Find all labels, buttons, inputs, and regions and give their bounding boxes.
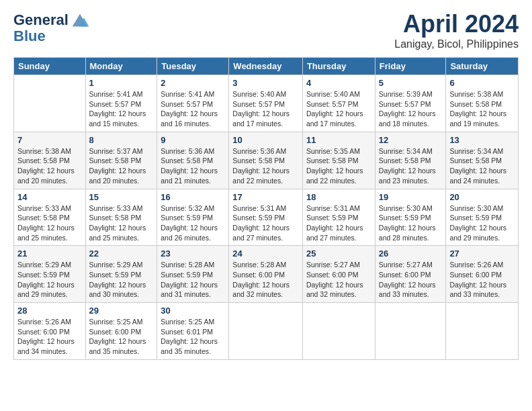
day-info: Sunrise: 5:38 AM Sunset: 5:58 PM Dayligh…	[449, 89, 515, 129]
day-info: Sunrise: 5:25 AM Sunset: 6:01 PM Dayligh…	[161, 317, 225, 357]
day-info: Sunrise: 5:27 AM Sunset: 6:00 PM Dayligh…	[306, 260, 371, 300]
day-info: Sunrise: 5:27 AM Sunset: 6:00 PM Dayligh…	[379, 260, 443, 300]
sunrise-text: Sunrise: 5:30 AM	[379, 204, 433, 212]
day-info: Sunrise: 5:34 AM Sunset: 5:58 PM Dayligh…	[379, 146, 443, 186]
logo-text: General	[13, 12, 69, 28]
sunrise-text: Sunrise: 5:39 AM	[379, 90, 433, 98]
col-header-sunday: Sunday	[14, 58, 86, 75]
sunrise-text: Sunrise: 5:29 AM	[17, 261, 71, 269]
day-number: 17	[232, 192, 299, 202]
daylight-text: Daylight: 12 hours and 20 minutes.	[89, 167, 146, 185]
daylight-text: Daylight: 12 hours and 18 minutes.	[379, 109, 436, 128]
calendar-cell: 20 Sunrise: 5:30 AM Sunset: 5:59 PM Dayl…	[446, 189, 519, 246]
day-number: 8	[89, 135, 154, 145]
day-info: Sunrise: 5:31 AM Sunset: 5:59 PM Dayligh…	[232, 203, 299, 243]
day-info: Sunrise: 5:28 AM Sunset: 5:59 PM Dayligh…	[161, 260, 225, 300]
day-number: 26	[379, 248, 443, 259]
sunrise-text: Sunrise: 5:40 AM	[232, 90, 286, 98]
daylight-text: Daylight: 12 hours and 27 minutes.	[306, 224, 363, 242]
week-row-5: 28 Sunrise: 5:26 AM Sunset: 6:00 PM Dayl…	[14, 303, 519, 360]
calendar-cell: 24 Sunrise: 5:28 AM Sunset: 6:00 PM Dayl…	[229, 246, 303, 303]
day-info: Sunrise: 5:26 AM Sunset: 6:00 PM Dayligh…	[17, 317, 82, 357]
calendar-cell: 12 Sunrise: 5:34 AM Sunset: 5:58 PM Dayl…	[375, 132, 446, 189]
day-info: Sunrise: 5:32 AM Sunset: 5:59 PM Dayligh…	[161, 203, 225, 243]
daylight-text: Daylight: 12 hours and 32 minutes.	[306, 281, 363, 299]
day-info: Sunrise: 5:37 AM Sunset: 5:58 PM Dayligh…	[89, 146, 154, 186]
day-info: Sunrise: 5:30 AM Sunset: 5:59 PM Dayligh…	[379, 203, 443, 243]
page-container: General Blue April 2024 Lanigay, Bicol, …	[0, 0, 532, 367]
calendar-cell: 5 Sunrise: 5:39 AM Sunset: 5:57 PM Dayli…	[375, 75, 446, 132]
calendar-cell: 21 Sunrise: 5:29 AM Sunset: 5:59 PM Dayl…	[14, 246, 86, 303]
calendar-cell: 23 Sunrise: 5:28 AM Sunset: 5:59 PM Dayl…	[157, 246, 229, 303]
calendar-cell	[229, 303, 303, 360]
sunset-text: Sunset: 5:58 PM	[161, 156, 213, 165]
daylight-text: Daylight: 12 hours and 15 minutes.	[89, 109, 146, 128]
calendar-cell	[302, 303, 375, 360]
calendar-cell: 9 Sunrise: 5:36 AM Sunset: 5:58 PM Dayli…	[157, 132, 229, 189]
daylight-text: Daylight: 12 hours and 35 minutes.	[161, 337, 218, 355]
day-number: 30	[161, 306, 225, 316]
sunset-text: Sunset: 6:00 PM	[379, 271, 431, 279]
calendar-cell: 18 Sunrise: 5:31 AM Sunset: 5:59 PM Dayl…	[302, 189, 375, 246]
day-info: Sunrise: 5:31 AM Sunset: 5:59 PM Dayligh…	[306, 203, 371, 243]
day-number: 5	[379, 78, 443, 88]
day-info: Sunrise: 5:29 AM Sunset: 5:59 PM Dayligh…	[89, 260, 154, 300]
day-info: Sunrise: 5:29 AM Sunset: 5:59 PM Dayligh…	[17, 260, 82, 300]
sunrise-text: Sunrise: 5:38 AM	[449, 90, 503, 98]
calendar-cell: 1 Sunrise: 5:41 AM Sunset: 5:57 PM Dayli…	[85, 75, 157, 132]
daylight-text: Daylight: 12 hours and 25 minutes.	[89, 224, 146, 242]
calendar-cell: 15 Sunrise: 5:33 AM Sunset: 5:58 PM Dayl…	[85, 189, 157, 246]
daylight-text: Daylight: 12 hours and 22 minutes.	[306, 167, 363, 185]
day-number: 15	[89, 192, 154, 202]
day-number: 3	[232, 78, 299, 88]
sunrise-text: Sunrise: 5:27 AM	[306, 261, 360, 269]
sunrise-text: Sunrise: 5:28 AM	[161, 261, 214, 269]
calendar-cell: 25 Sunrise: 5:27 AM Sunset: 6:00 PM Dayl…	[302, 246, 375, 303]
day-number: 10	[232, 135, 299, 145]
daylight-text: Daylight: 12 hours and 26 minutes.	[161, 224, 218, 242]
sunset-text: Sunset: 5:58 PM	[17, 156, 70, 165]
sunrise-text: Sunrise: 5:26 AM	[449, 261, 503, 269]
day-number: 20	[449, 192, 515, 202]
calendar-cell	[375, 303, 446, 360]
day-number: 7	[17, 135, 82, 145]
day-number: 16	[161, 192, 225, 202]
daylight-text: Daylight: 12 hours and 16 minutes.	[161, 109, 218, 128]
daylight-text: Daylight: 12 hours and 25 minutes.	[17, 224, 75, 242]
logo: General Blue	[13, 10, 90, 45]
day-info: Sunrise: 5:25 AM Sunset: 6:00 PM Dayligh…	[89, 317, 154, 357]
day-info: Sunrise: 5:41 AM Sunset: 5:57 PM Dayligh…	[89, 89, 154, 129]
title-section: April 2024 Lanigay, Bicol, Philippines	[394, 10, 519, 50]
sunset-text: Sunset: 5:59 PM	[161, 271, 213, 279]
header-row: SundayMondayTuesdayWednesdayThursdayFrid…	[14, 58, 519, 75]
sunset-text: Sunset: 5:58 PM	[449, 100, 502, 108]
calendar-cell: 30 Sunrise: 5:25 AM Sunset: 6:01 PM Dayl…	[157, 303, 229, 360]
calendar-cell: 6 Sunrise: 5:38 AM Sunset: 5:58 PM Dayli…	[446, 75, 519, 132]
sunset-text: Sunset: 5:58 PM	[232, 156, 285, 165]
day-number: 14	[17, 192, 82, 202]
day-info: Sunrise: 5:33 AM Sunset: 5:58 PM Dayligh…	[89, 203, 154, 243]
col-header-wednesday: Wednesday	[229, 58, 303, 75]
day-number: 27	[449, 248, 515, 259]
calendar-cell: 2 Sunrise: 5:41 AM Sunset: 5:57 PM Dayli…	[157, 75, 229, 132]
sunset-text: Sunset: 5:59 PM	[449, 214, 502, 222]
calendar-cell: 3 Sunrise: 5:40 AM Sunset: 5:57 PM Dayli…	[229, 75, 303, 132]
day-number: 11	[306, 135, 371, 145]
day-number: 23	[161, 248, 225, 259]
daylight-text: Daylight: 12 hours and 23 minutes.	[379, 167, 436, 185]
day-info: Sunrise: 5:30 AM Sunset: 5:59 PM Dayligh…	[449, 203, 515, 243]
col-header-monday: Monday	[85, 58, 157, 75]
sunset-text: Sunset: 6:00 PM	[306, 271, 359, 279]
sunset-text: Sunset: 5:58 PM	[17, 214, 70, 222]
sunset-text: Sunset: 6:00 PM	[89, 328, 142, 336]
day-info: Sunrise: 5:36 AM Sunset: 5:58 PM Dayligh…	[161, 146, 225, 186]
daylight-text: Daylight: 12 hours and 30 minutes.	[89, 281, 146, 299]
calendar-cell: 10 Sunrise: 5:36 AM Sunset: 5:58 PM Dayl…	[229, 132, 303, 189]
day-number: 18	[306, 192, 371, 202]
calendar-cell: 4 Sunrise: 5:40 AM Sunset: 5:57 PM Dayli…	[302, 75, 375, 132]
sunrise-text: Sunrise: 5:25 AM	[161, 318, 214, 326]
sunset-text: Sunset: 5:57 PM	[379, 100, 431, 108]
week-row-2: 7 Sunrise: 5:38 AM Sunset: 5:58 PM Dayli…	[14, 132, 519, 189]
day-number: 12	[379, 135, 443, 145]
sunset-text: Sunset: 6:01 PM	[161, 328, 213, 336]
